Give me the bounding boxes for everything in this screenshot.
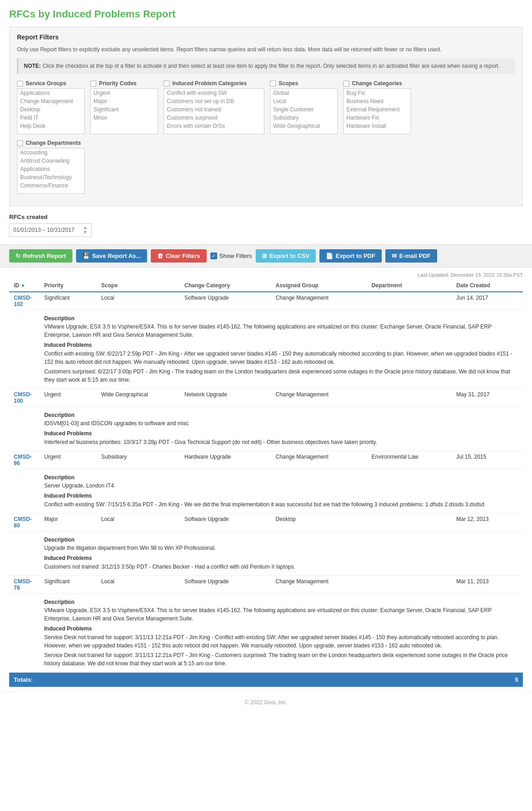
export-pdf-button[interactable]: 📄 Export to PDF <box>319 249 382 263</box>
list-item[interactable]: Customers not set up in DB <box>164 97 264 105</box>
filter-group-change-departments: Change Departments Accounting Antitrust … <box>17 140 85 194</box>
list-item[interactable]: Desktop <box>17 105 84 114</box>
list-item[interactable]: Wide Geographical <box>270 122 337 130</box>
toolbar: ↻ Refresh Report 💾 Save Report As... 🗑 C… <box>0 244 532 268</box>
table-row: CMSD-80MajorLocalSoftware UpgradeDesktop… <box>9 514 523 532</box>
change-departments-listbox[interactable]: Accounting Antitrust Counseling Applicat… <box>17 148 85 194</box>
table-header-row: ID ▼ Priority Scope Change Category Assi… <box>9 279 523 292</box>
priority-codes-listbox[interactable]: Urgent Major Significant Minor <box>90 88 158 134</box>
induced-problem-item: Customers not trained: 3/12/13 3:50p PDT… <box>44 563 518 571</box>
list-item[interactable]: Business/Technology <box>17 173 84 181</box>
filter-group-change-categories: Change Categories Bug Fix Business Need … <box>343 80 411 134</box>
list-item[interactable]: Bug Fix <box>344 89 411 97</box>
list-item[interactable]: Change Management <box>17 97 84 105</box>
rfc-link[interactable]: CMSD-100 <box>14 391 32 404</box>
change-departments-checkbox[interactable] <box>17 140 23 146</box>
sort-icon: ▼ <box>21 283 25 288</box>
list-item[interactable]: Errors with certain O/Ss <box>164 122 264 130</box>
priority-codes-checkbox[interactable] <box>90 81 96 87</box>
list-item[interactable]: Applications <box>17 89 84 97</box>
refresh-report-button[interactable]: ↻ Refresh Report <box>9 249 72 263</box>
email-pdf-button[interactable]: ✉ E-mail PDF <box>385 249 437 263</box>
list-item[interactable]: Major <box>91 97 158 105</box>
list-item[interactable]: Minor <box>91 114 158 122</box>
export-csv-button[interactable]: ⊞ Export to CSV <box>256 249 316 263</box>
scopes-listbox[interactable]: Global Local Single Customer Subsidiary … <box>270 88 338 134</box>
list-item[interactable]: Applications <box>17 165 84 173</box>
date-range-value: 01/01/2013 – 10/31/2017 <box>13 227 74 233</box>
row-assigned-group: Change Management <box>271 292 367 310</box>
service-groups-checkbox[interactable] <box>17 81 23 87</box>
row-change-category: Software Upgrade <box>180 292 271 310</box>
totals-label: Totals: <box>14 676 33 683</box>
list-item[interactable]: Hardware Fix <box>344 114 411 122</box>
rfc-link[interactable]: CMSD-80 <box>14 516 32 529</box>
list-item[interactable]: Local <box>270 97 337 105</box>
row-assigned-group: Change Management <box>271 389 367 407</box>
scopes-checkbox[interactable] <box>270 81 276 87</box>
induced-problem-item: Conflict with existing SW: 7/15/15 6:35a… <box>44 500 518 509</box>
clear-filters-button[interactable]: 🗑 Clear Filters <box>151 249 206 263</box>
trash-icon: 🗑 <box>157 252 163 259</box>
description-text: VMware Upgrade, ESX 3.5 to Vsphere/ESX4.… <box>44 323 518 339</box>
description-label: Description <box>44 412 518 418</box>
induced-problem-item: Service Desk not trained for support: 3/… <box>44 651 518 668</box>
report-table: ID ▼ Priority Scope Change Category Assi… <box>9 279 523 673</box>
description-text: Server Upgrade, London IT4 <box>44 482 518 490</box>
list-item[interactable]: Conflict with existing SW <box>164 89 264 97</box>
filter-note: Only use Report filters to explicitly ex… <box>17 45 515 54</box>
list-item[interactable]: Hardware Install <box>344 122 411 130</box>
email-icon: ✉ <box>392 252 397 259</box>
list-item[interactable]: External Requirement <box>344 105 411 114</box>
induced-problem-categories-checkbox[interactable] <box>164 81 170 87</box>
description-text: Upgrade the litigation department from W… <box>44 544 518 552</box>
list-item[interactable]: Single Customer <box>270 105 337 114</box>
row-assigned-group: Change Management <box>271 576 367 594</box>
col-change-category: Change Category <box>180 279 271 292</box>
list-item[interactable]: Field IT <box>17 114 84 122</box>
row-scope: Local <box>97 292 180 310</box>
show-filters-toggle[interactable]: ✓ Show Filters <box>210 252 252 259</box>
list-item[interactable]: Commerce/Finance <box>17 181 84 190</box>
list-item[interactable]: Accounting <box>17 148 84 157</box>
induced-problem-categories-listbox[interactable]: Conflict with existing SW Customers not … <box>164 88 264 134</box>
list-item[interactable]: Customers not trained <box>164 105 264 114</box>
row-id: CMSD-102 <box>9 292 40 310</box>
induced-problem-categories-label: Induced Problem Categories <box>172 80 247 87</box>
list-item[interactable]: Subsidiary <box>270 114 337 122</box>
list-item[interactable]: Customers surprised <box>164 114 264 122</box>
rfc-created-label: RFCs created <box>9 214 523 220</box>
row-priority: Urgent <box>40 389 97 407</box>
row-scope: Local <box>97 514 180 532</box>
table-row-detail: DescriptionIDSVM[01-03] and IDSCON upgra… <box>9 407 523 451</box>
filter-groups-row1: Service Groups Applications Change Manag… <box>17 80 515 134</box>
list-item[interactable]: Significant <box>91 105 158 114</box>
report-table-wrapper: ID ▼ Priority Scope Change Category Assi… <box>9 279 523 687</box>
date-range-picker[interactable]: 01/01/2013 – 10/31/2017 ▲▼ <box>9 223 92 237</box>
rfc-link[interactable]: CMSD-96 <box>14 454 32 466</box>
induced-problems-label: Induced Problems <box>44 555 518 561</box>
footer: © 2022 Giva, Inc. <box>0 691 532 713</box>
list-item[interactable]: Urgent <box>91 89 158 97</box>
row-date-created: Mar 12, 2013 <box>452 514 523 532</box>
col-scope: Scope <box>97 279 180 292</box>
save-report-button[interactable]: 💾 Save Report As... <box>76 249 147 263</box>
rfc-link[interactable]: CMSD-78 <box>14 578 32 591</box>
change-categories-checkbox[interactable] <box>343 81 349 87</box>
service-groups-listbox[interactable]: Applications Change Management Desktop F… <box>17 88 85 134</box>
list-item[interactable]: Help Desk <box>17 122 84 130</box>
rfc-link[interactable]: CMSD-102 <box>14 295 32 307</box>
table-row: CMSD-78SignificantLocalSoftware UpgradeC… <box>9 576 523 594</box>
change-categories-listbox[interactable]: Bug Fix Business Need External Requireme… <box>343 88 411 134</box>
row-detail-cell: DescriptionVMware Upgrade, ESX 3.5 to Vs… <box>40 310 523 389</box>
save-icon: 💾 <box>82 252 90 259</box>
col-id[interactable]: ID ▼ <box>9 279 40 292</box>
change-departments-label: Change Departments <box>26 140 81 146</box>
list-item[interactable]: Antitrust Counseling <box>17 157 84 165</box>
induced-problem-item: Customers surprised: 6/22/17 3:00p PDT -… <box>44 367 518 384</box>
table-row: CMSD-100UrgentWide GeographicalNetwork U… <box>9 389 523 407</box>
list-item[interactable]: Global <box>270 89 337 97</box>
list-item[interactable]: Business Need <box>344 97 411 105</box>
filter-group-priority-codes: Priority Codes Urgent Major Significant … <box>90 80 158 134</box>
filter-groups-row2: Change Departments Accounting Antitrust … <box>17 140 515 194</box>
